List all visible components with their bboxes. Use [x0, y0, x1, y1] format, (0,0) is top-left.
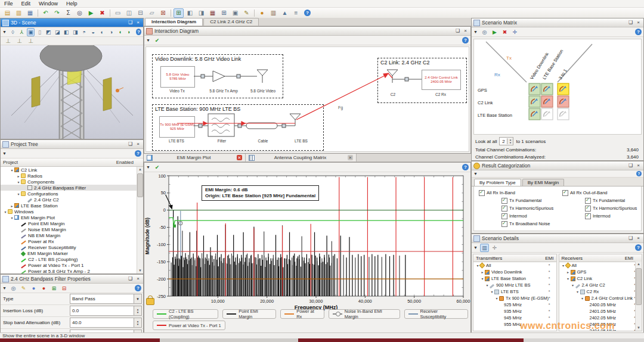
- checkbox-tx-fundamental[interactable]: Tx Fundamental: [558, 197, 641, 204]
- view-top-icon[interactable]: ◓: [80, 28, 88, 36]
- legend-power-at-video-tx-port-1[interactable]: Power at Video Tx - Port 1: [153, 321, 225, 330]
- validate-icon[interactable]: Σ: [63, 8, 73, 18]
- result-matrix-icon[interactable]: ▦: [208, 8, 218, 18]
- tree-item-lte-base-station[interactable]: ▸LTE Base Station: [1, 203, 143, 209]
- fit-view-icon[interactable]: ▣: [27, 28, 35, 36]
- window-tile-icon[interactable]: ⊟: [135, 8, 145, 18]
- close-panel-button[interactable]: ×: [635, 235, 642, 241]
- expander-icon[interactable]: ▾: [10, 168, 14, 172]
- legend-point-emi-margin[interactable]: Point EMI Margin: [222, 309, 276, 319]
- checkbox-checked-icon[interactable]: [501, 198, 507, 204]
- checkbox-tx-harmonic-spurious[interactable]: Tx Harmonic/Spurious: [474, 204, 558, 212]
- detail-item-935-mhz[interactable]: 935 MHz*: [473, 308, 556, 315]
- detail-item-c2-rx[interactable]: ▾C2 Rx*: [559, 288, 642, 295]
- c2-rx-box[interactable]: 2.4 GHz Control Link 2400.05 MHz: [422, 70, 461, 90]
- spinner-control[interactable]: ▲▼: [134, 306, 142, 316]
- expander-icon[interactable]: ▾: [480, 276, 485, 281]
- help-icon[interactable]: ?: [635, 29, 642, 35]
- lock-icon[interactable]: [146, 298, 154, 305]
- close-panel-button[interactable]: ×: [135, 141, 141, 147]
- toolbar-menu-arrow[interactable]: ▼: [473, 245, 478, 250]
- tree-item-power-at-5-8-ghz-tx-amp-2[interactable]: Power at 5.8 GHz Tx Amp - 2: [1, 268, 143, 273]
- column-enabled[interactable]: Enabled: [116, 160, 134, 165]
- iso-view-3-icon[interactable]: ◧: [63, 28, 70, 36]
- transmitters-header[interactable]: Transmitters EMI: [473, 254, 556, 262]
- checkbox-checked-icon[interactable]: [501, 213, 507, 219]
- detail-item-all[interactable]: ▾All*: [473, 262, 556, 269]
- view-left-icon[interactable]: ◐: [98, 28, 106, 36]
- interaction-diagram-canvas[interactable]: Video Downlink: 5.8 GHz Video Link 5.8 G…: [145, 46, 469, 152]
- detail-item-lte-bts[interactable]: ▾LTE BTS*: [473, 288, 556, 295]
- detail-item-tx-900-mhz-e-gsm-[interactable]: ▾Tx 900 MHz (E-GSM)*: [473, 295, 556, 301]
- checkbox-checked-icon[interactable]: [585, 213, 591, 219]
- detail-item-video-downlink[interactable]: ▸Video Downlink*: [473, 269, 556, 275]
- float-panel-button[interactable]: ❏: [454, 28, 461, 34]
- tab-emi-margin-plot[interactable]: EMI Margin Plot✕: [144, 154, 246, 161]
- expander-icon[interactable]: ▸: [480, 270, 485, 274]
- scenario-count-spinner[interactable]: 2▲▼: [499, 137, 513, 145]
- split-right-icon[interactable]: ◨: [196, 8, 206, 18]
- scene-3d-viewport[interactable]: [1, 45, 143, 139]
- rotate-right-icon[interactable]: ◗: [125, 28, 133, 36]
- video-tx-box[interactable]: 5.8 GHz Video 5785 MHz: [160, 66, 195, 88]
- float-panel-button[interactable]: ❏: [127, 141, 134, 147]
- checkbox-tx-broadband-noise[interactable]: Tx Broadband Noise: [474, 220, 558, 228]
- window-close-icon[interactable]: ⊠: [158, 8, 168, 18]
- save-icon[interactable]: ▦: [25, 8, 35, 18]
- detail-item-lte-base-station[interactable]: ▾LTE Base Station*: [473, 275, 556, 282]
- menu-edit[interactable]: Edit: [17, 0, 35, 7]
- pin-view-icon[interactable]: ◊: [9, 28, 17, 36]
- float-panel-button[interactable]: ❏: [627, 163, 634, 169]
- toolbar-menu-arrow[interactable]: ▼: [473, 30, 478, 34]
- filter-edit-icon[interactable]: ◎: [9, 284, 18, 293]
- undo-icon[interactable]: ↶: [41, 8, 51, 18]
- tree-item-components[interactable]: ▾Components: [1, 179, 143, 185]
- detail-item-2400-05-mhz[interactable]: 2400.05 MHz*: [559, 301, 642, 308]
- detail-item-2401-05-mhz[interactable]: 2401.05 MHz*: [559, 308, 642, 315]
- float-panel-button[interactable]: ❏: [127, 20, 134, 26]
- help-icon[interactable]: ?: [304, 10, 311, 16]
- checkbox-checked-icon[interactable]: [501, 206, 507, 212]
- expander-icon[interactable]: ▾: [571, 283, 575, 287]
- help-icon[interactable]: ?: [636, 171, 642, 176]
- split-left-icon[interactable]: ◧: [185, 8, 195, 18]
- receivers-scrollbar[interactable]: ▲▼: [635, 262, 642, 331]
- expander-icon[interactable]: ▾: [10, 216, 14, 220]
- detail-item-all[interactable]: ▾All*: [559, 262, 642, 269]
- tree-item-2-4-ghz-bandpass-filter[interactable]: 2.4 GHz Bandpass Filter: [1, 185, 143, 191]
- tab-by-problem-type[interactable]: By Problem Type: [474, 179, 521, 186]
- project-tree-scrollbar[interactable]: ▲▼: [137, 167, 143, 273]
- lte-bts-box[interactable]: Tx 900 MHz (E-GSM) 925 MHz: [159, 116, 195, 138]
- antenna-tool-icon[interactable]: ▲: [280, 8, 290, 18]
- expander-icon[interactable]: ▾: [490, 290, 494, 294]
- float-panel-button[interactable]: ❏: [627, 20, 634, 26]
- result-categorization-titlebar[interactable]: Result Categorization ❏ ×: [472, 161, 643, 170]
- axes-icon[interactable]: ⅄: [18, 28, 26, 36]
- iso-view-4-icon[interactable]: ◨: [72, 28, 79, 36]
- view-right-icon[interactable]: ◑: [107, 28, 115, 36]
- tree-item-noise-emi-margin[interactable]: Noise EMI Margin: [1, 226, 143, 232]
- properties-icon[interactable]: ▣: [230, 8, 240, 18]
- expander-icon[interactable]: ▾: [16, 180, 21, 184]
- tree-item-c2-link[interactable]: ▾C2 Link: [1, 167, 143, 173]
- legend-noise-in-band-emi-margin[interactable]: Noise In-Band EMI Margin: [329, 309, 400, 319]
- search-icon[interactable]: ◎: [75, 8, 85, 18]
- wand-icon[interactable]: ✎: [242, 8, 252, 18]
- detail-item-2-4-ghz-control-link[interactable]: ▾2.4 GHz Control Link*: [559, 295, 642, 301]
- scene-3d-titlebar[interactable]: 3D - Scene ❏ ×: [1, 18, 143, 27]
- expander-icon[interactable]: ▸: [566, 270, 571, 274]
- project-tree-titlebar[interactable]: Project Tree ❏ ×: [1, 140, 143, 149]
- detail-item-900-mhz-lte-bs[interactable]: ▾900 MHz LTE BS*: [473, 282, 556, 288]
- property-value-field[interactable]: 40.0▲▼: [70, 318, 135, 328]
- scenario-details-titlebar[interactable]: Scenario Details ❏ ×: [472, 234, 643, 243]
- antenna-marker-1-icon[interactable]: ⊥: [3, 36, 13, 46]
- plot-area[interactable]: 100500-50-100-150-200-25010,00020,00030,…: [144, 172, 470, 332]
- expander-icon[interactable]: ▾: [575, 290, 580, 294]
- emi-column-header[interactable]: EMI: [545, 256, 553, 261]
- antenna-marker-3-icon[interactable]: ⊥: [26, 36, 36, 46]
- tab-by-emi-margin[interactable]: By EMI Margin: [522, 179, 564, 186]
- tree-item-emi-margin-marker[interactable]: EMI Margin Marker: [1, 250, 143, 256]
- checkbox-tx-fundamental[interactable]: Tx Fundamental: [474, 197, 558, 204]
- cancel-icon[interactable]: ✖: [97, 8, 107, 18]
- receivers-header[interactable]: Receivers EMI: [559, 254, 642, 262]
